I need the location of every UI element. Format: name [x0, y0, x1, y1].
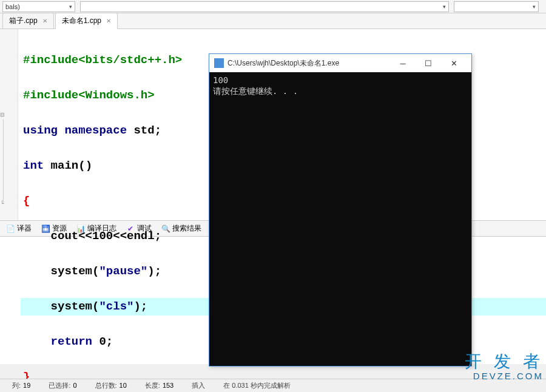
- code-text: system(: [23, 265, 99, 278]
- dropdown-arrow-icon: ▾: [69, 4, 72, 10]
- editor-gutter: ⊟ └: [0, 29, 18, 220]
- close-icon[interactable]: ✕: [106, 18, 111, 24]
- fold-icon[interactable]: ⊟: [0, 112, 5, 118]
- code-text: <<endl;: [113, 229, 161, 243]
- include-path: <Windows.h>: [78, 89, 154, 102]
- semi: ;: [106, 335, 113, 348]
- dropdown-arrow-icon: ▾: [443, 4, 446, 10]
- close-icon[interactable]: ✕: [42, 18, 47, 24]
- fold-line: [3, 119, 4, 204]
- identifier: std;: [127, 124, 161, 137]
- status-total-lines: 总行数:10: [95, 381, 127, 390]
- space: [92, 335, 99, 348]
- output-line: 100: [213, 75, 228, 85]
- close-button[interactable]: ✕: [441, 55, 467, 72]
- minimize-button[interactable]: ─: [390, 55, 416, 72]
- preprocessor: #include: [23, 53, 78, 67]
- include-path: <bits/stdc++.h>: [78, 53, 182, 67]
- preprocessor: #include: [23, 89, 78, 102]
- top-toolbar: bals) ▾ ▾ ▾: [0, 0, 546, 13]
- console-title: C:\Users\wjh\Desktop\未命名1.exe: [228, 58, 390, 69]
- status-bar: 列:19 已选择:0 总行数:10 长度:153 插入 在 0.031 秒内完成…: [0, 379, 546, 392]
- globals-text: bals): [5, 3, 20, 10]
- console-title-bar[interactable]: C:\Users\wjh\Desktop\未命名1.exe ─ ☐ ✕: [209, 54, 471, 72]
- keyword: using: [23, 124, 58, 137]
- keyword: int: [23, 159, 44, 172]
- tab-label: 未命名1.cpp: [62, 16, 101, 26]
- watermark-text: 开 发 者: [465, 352, 544, 371]
- function-name: main: [44, 159, 78, 172]
- symbol-dropdown[interactable]: ▾: [80, 1, 449, 12]
- keyword: return: [51, 335, 92, 348]
- indent: [23, 335, 51, 348]
- code-text: );: [133, 300, 147, 313]
- globals-dropdown[interactable]: bals) ▾: [2, 1, 75, 12]
- window-controls: ─ ☐ ✕: [390, 55, 467, 72]
- extra-dropdown[interactable]: ▾: [454, 1, 539, 12]
- keyword: namespace: [64, 124, 127, 137]
- status-col: 列:19: [12, 381, 30, 390]
- console-output[interactable]: 100 请按任意键继续. . .: [209, 72, 471, 366]
- parens: (): [78, 159, 92, 172]
- code-text: cout<<: [23, 229, 92, 243]
- code-text: );: [147, 265, 161, 278]
- maximize-button[interactable]: ☐: [416, 55, 441, 72]
- console-window[interactable]: C:\Users\wjh\Desktop\未命名1.exe ─ ☐ ✕ 100 …: [209, 53, 472, 367]
- app-icon: [214, 58, 224, 68]
- status-parse-time: 在 0.031 秒内完成解析: [223, 381, 291, 390]
- status-selected: 已选择:0: [49, 381, 76, 390]
- tab-file-2[interactable]: 未命名1.cpp ✕: [55, 13, 118, 29]
- compiler-icon: 📄: [6, 225, 15, 233]
- status-length: 长度:153: [145, 381, 174, 390]
- file-tabs: 箱子.cpp ✕ 未命名1.cpp ✕: [0, 13, 546, 29]
- watermark-sub: DEVZE.COM: [465, 371, 544, 381]
- brace: {: [23, 194, 30, 208]
- string: "pause": [99, 265, 147, 278]
- dropdown-arrow-icon: ▾: [533, 4, 536, 10]
- number: 0: [99, 335, 106, 348]
- tab-file-1[interactable]: 箱子.cpp ✕: [2, 13, 54, 29]
- watermark: 开 发 者 DEVZE.COM: [465, 350, 544, 381]
- fold-end-icon: └: [0, 200, 4, 206]
- string: "cls": [99, 300, 133, 313]
- output-line: 请按任意键继续. . .: [213, 86, 298, 96]
- code-text: system(: [23, 300, 99, 313]
- number: 100: [92, 229, 113, 243]
- tab-label: 箱子.cpp: [9, 16, 38, 26]
- status-mode: 插入: [192, 381, 205, 390]
